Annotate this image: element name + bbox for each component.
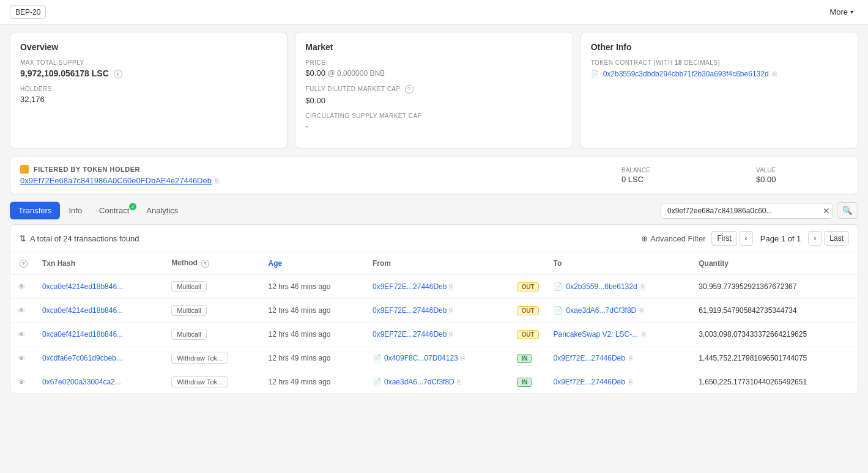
token-contract-label: TOKEN CONTRACT (WITH 18 DECIMALS) (591, 59, 848, 66)
from-address-link[interactable]: 0x9EF72E...27446Deb (373, 306, 447, 315)
price-label: PRICE (305, 59, 562, 66)
help-icon[interactable]: ? (20, 260, 28, 268)
max-supply-label: MAX TOTAL SUPPLY (20, 59, 277, 66)
search-icon: 🔍 (842, 206, 853, 215)
table-container: ⇅ A total of 24 transactions found ⊕ Adv… (10, 224, 858, 394)
from-copy-icon[interactable]: ⎘ (449, 331, 453, 338)
age-text: 12 hrs 46 mins ago (268, 330, 330, 339)
to-copy-icon[interactable]: ⎘ (629, 378, 633, 386)
fdmc-value: $0.00 (305, 96, 562, 105)
age-text: 12 hrs 49 mins ago (268, 354, 330, 362)
balance-section: BALANCE 0 LSC (621, 167, 744, 184)
from-address-link[interactable]: 0x409F8C...07D04123 (384, 354, 458, 362)
other-info-card: Other Info TOKEN CONTRACT (WITH 18 DECIM… (581, 32, 858, 148)
table-row: 👁 0xca0ef4214ed18b846... Multicall 12 hr… (10, 299, 858, 323)
row-eye-icon[interactable]: 👁 (18, 378, 26, 387)
filter-icon (20, 165, 29, 174)
from-cell: 0x9EF72E...27446Deb ⎘ (373, 306, 502, 315)
to-address-link[interactable]: PancakeSwap V2: LSC-... (554, 330, 639, 339)
to-copy-icon[interactable]: ⎘ (629, 354, 633, 362)
contract-address-link[interactable]: 0x2b3559c3dbdb294cbb71f2b30a693f4c6be613… (603, 70, 769, 78)
advanced-filter-button[interactable]: ⊕ Advanced Filter (641, 234, 705, 243)
col-quantity: Quantity (691, 252, 858, 274)
address-filter-input[interactable] (661, 204, 820, 218)
tab-contract[interactable]: Contract ✓ (91, 202, 138, 219)
from-copy-icon[interactable]: ⎘ (461, 354, 465, 362)
age-text: 12 hrs 46 mins ago (268, 282, 330, 291)
txn-hash-link[interactable]: 0xca0ef4214ed18b846... (42, 330, 123, 339)
age-text: 12 hrs 49 mins ago (268, 378, 330, 386)
to-address-link[interactable]: 0x2b3559...6be6132d (566, 282, 637, 291)
page-info: Page 1 of 1 (755, 232, 806, 246)
table-row: 👁 0x67e0200a33004ca2... Withdraw Tok... … (10, 370, 858, 394)
tab-analytics[interactable]: Analytics (138, 202, 187, 219)
to-copy-icon[interactable]: ⎘ (640, 307, 644, 314)
first-page-button[interactable]: First (711, 231, 736, 246)
direction-badge: IN (517, 354, 532, 363)
holders-value: 32,176 (20, 95, 277, 104)
method-badge: Withdraw Tok... (171, 353, 228, 364)
age-text: 12 hrs 46 mins ago (268, 306, 330, 315)
fdmc-help-icon[interactable]: ? (405, 85, 414, 94)
method-badge: Multicall (171, 281, 207, 292)
copy-icon[interactable]: ⎘ (773, 70, 777, 78)
to-copy-icon[interactable]: ⎘ (641, 283, 645, 290)
more-button[interactable]: More ▾ (825, 5, 858, 19)
txn-hash-link[interactable]: 0x67e0200a33004ca2... (42, 378, 121, 386)
from-address-link[interactable]: 0xae3dA6...7dCf3f8D (384, 378, 454, 386)
contract-verified-badge: ✓ (129, 203, 136, 210)
pagination: First ‹ Page 1 of 1 › Last (711, 231, 849, 246)
from-cell: 📄 0xae3dA6...7dCf3f8D ⎘ (373, 378, 502, 386)
to-address-link[interactable]: 0x9Ef72E...27446Deb (554, 378, 625, 386)
txn-hash-link[interactable]: 0xca0ef4214ed18b846... (42, 282, 123, 291)
method-help-icon[interactable]: ? (201, 260, 209, 268)
from-copy-icon[interactable]: ⎘ (457, 378, 461, 386)
from-copy-icon[interactable]: ⎘ (449, 283, 453, 290)
transactions-count: ⇅ A total of 24 transactions found (19, 233, 139, 243)
to-cell: 📄 0xae3dA6...7dCf3f8D ⎘ (554, 306, 684, 315)
tab-transfers[interactable]: Transfers (10, 202, 60, 219)
txn-hash-link[interactable]: 0xca0ef4214ed18b846... (42, 306, 123, 315)
from-address-link[interactable]: 0x9EF72E...27446Deb (373, 282, 447, 291)
to-address-link[interactable]: 0x9Ef72E...27446Deb (554, 354, 625, 362)
top-bar: BEP-20 More ▾ (0, 0, 868, 24)
from-cell: 0x9EF72E...27446Deb ⎘ (373, 330, 502, 339)
filter-bar: FILTERED BY TOKEN HOLDER 0x9Ef72Ee68a7c8… (10, 156, 858, 194)
from-address-link[interactable]: 0x9EF72E...27446Deb (373, 330, 447, 339)
quantity-value: 1,445,752.217981696501744075 (699, 354, 807, 362)
col-txnhash: Txn Hash (35, 252, 164, 274)
to-address-link[interactable]: 0xae3dA6...7dCf3f8D (566, 306, 637, 315)
last-page-button[interactable]: Last (824, 231, 849, 246)
txn-hash-link[interactable]: 0xcdfa6e7c061d9cbeb... (42, 354, 122, 362)
method-badge: Multicall (171, 305, 207, 316)
direction-badge: OUT (517, 306, 538, 315)
quantity-value: 1,650,225.177310440265492651 (699, 378, 807, 386)
info-icon[interactable]: i (114, 70, 122, 78)
row-eye-icon[interactable]: 👁 (18, 306, 26, 315)
csmc-label: CIRCULATING SUPPLY MARKET CAP (305, 112, 562, 119)
quantity-value: 3,003,098.073433372664219625 (699, 330, 807, 339)
prev-page-button[interactable]: ‹ (740, 231, 753, 246)
csmc-value: - (305, 122, 562, 131)
filter-label: FILTERED BY TOKEN HOLDER (34, 166, 140, 173)
quantity-value: 30,959.773952921367672367 (699, 282, 796, 291)
filter-copy-icon[interactable]: ⎘ (215, 177, 220, 185)
market-title: Market (305, 42, 562, 52)
tab-info[interactable]: Info (60, 202, 91, 219)
table-row: 👁 0xca0ef4214ed18b846... Multicall 12 hr… (10, 323, 858, 346)
row-eye-icon[interactable]: 👁 (18, 282, 26, 292)
search-button[interactable]: 🔍 (837, 202, 858, 219)
row-eye-icon[interactable]: 👁 (18, 330, 26, 339)
next-page-button[interactable]: › (808, 231, 822, 246)
col-method: Method ? (164, 252, 261, 274)
row-eye-icon[interactable]: 👁 (18, 354, 26, 363)
to-copy-icon[interactable]: ⎘ (642, 331, 646, 338)
contract-doc-icon: 📄 (591, 70, 599, 78)
direction-badge: OUT (517, 330, 538, 339)
table-header: ? Txn Hash Method ? Age From To (10, 252, 858, 274)
clear-filter-button[interactable]: ✕ (820, 206, 833, 216)
filter-address-link[interactable]: 0x9Ef72Ee68a7c841986A0C60e0FDbAE4e27446D… (20, 176, 212, 185)
from-copy-icon[interactable]: ⎘ (449, 307, 453, 314)
market-card: Market PRICE $0.00 @ 0.000000 BNB FULLY … (295, 32, 573, 148)
method-badge: Multicall (171, 329, 207, 340)
